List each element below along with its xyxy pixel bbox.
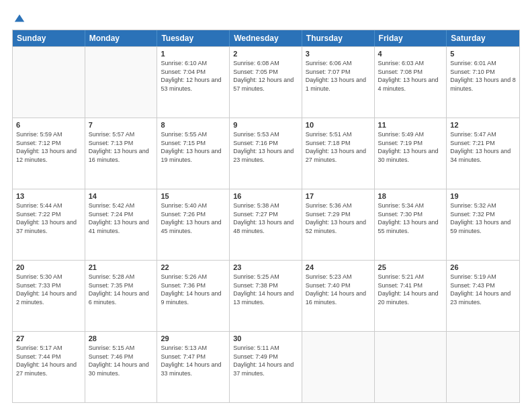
day-cell-13: 13Sunrise: 5:44 AM Sunset: 7:22 PM Dayli… <box>13 189 85 260</box>
calendar-header-row: SundayMondayTuesdayWednesdayThursdayFrid… <box>13 30 519 46</box>
empty-cell <box>375 332 447 402</box>
week-row-3: 13Sunrise: 5:44 AM Sunset: 7:22 PM Dayli… <box>13 189 519 260</box>
day-cell-21: 21Sunrise: 5:28 AM Sunset: 7:35 PM Dayli… <box>85 261 158 331</box>
logo-icon <box>13 12 26 24</box>
day-number: 20 <box>16 263 81 271</box>
day-info: Sunrise: 6:06 AM Sunset: 7:07 PM Dayligh… <box>306 59 371 93</box>
day-cell-23: 23Sunrise: 5:25 AM Sunset: 7:38 PM Dayli… <box>230 261 302 331</box>
day-cell-26: 26Sunrise: 5:19 AM Sunset: 7:43 PM Dayli… <box>447 261 519 331</box>
day-cell-6: 6Sunrise: 5:59 AM Sunset: 7:12 PM Daylig… <box>13 118 85 189</box>
day-number: 30 <box>233 334 298 342</box>
day-info: Sunrise: 5:15 AM Sunset: 7:46 PM Dayligh… <box>89 344 154 377</box>
day-info: Sunrise: 6:08 AM Sunset: 7:05 PM Dayligh… <box>233 59 298 93</box>
svg-marker-0 <box>15 15 24 22</box>
day-info: Sunrise: 5:21 AM Sunset: 7:41 PM Dayligh… <box>378 273 443 306</box>
logo <box>12 12 26 24</box>
day-cell-19: 19Sunrise: 5:32 AM Sunset: 7:32 PM Dayli… <box>447 189 519 260</box>
day-number: 22 <box>161 263 226 271</box>
day-cell-30: 30Sunrise: 5:11 AM Sunset: 7:49 PM Dayli… <box>230 332 302 402</box>
day-number: 9 <box>233 121 298 129</box>
day-info: Sunrise: 5:30 AM Sunset: 7:33 PM Dayligh… <box>16 273 81 306</box>
day-cell-7: 7Sunrise: 5:57 AM Sunset: 7:13 PM Daylig… <box>85 118 158 189</box>
day-info: Sunrise: 6:10 AM Sunset: 7:04 PM Dayligh… <box>161 59 226 93</box>
header-day-wednesday: Wednesday <box>230 30 302 46</box>
day-cell-25: 25Sunrise: 5:21 AM Sunset: 7:41 PM Dayli… <box>375 261 447 331</box>
day-cell-20: 20Sunrise: 5:30 AM Sunset: 7:33 PM Dayli… <box>13 261 85 331</box>
day-info: Sunrise: 6:01 AM Sunset: 7:10 PM Dayligh… <box>450 59 516 93</box>
day-cell-22: 22Sunrise: 5:26 AM Sunset: 7:36 PM Dayli… <box>157 261 230 331</box>
day-info: Sunrise: 5:36 AM Sunset: 7:29 PM Dayligh… <box>306 201 371 235</box>
week-row-2: 6Sunrise: 5:59 AM Sunset: 7:12 PM Daylig… <box>13 118 519 189</box>
day-number: 6 <box>16 121 81 129</box>
day-cell-17: 17Sunrise: 5:36 AM Sunset: 7:29 PM Dayli… <box>302 189 375 260</box>
day-info: Sunrise: 5:25 AM Sunset: 7:38 PM Dayligh… <box>233 273 298 306</box>
day-number: 8 <box>161 121 226 129</box>
day-info: Sunrise: 5:38 AM Sunset: 7:27 PM Dayligh… <box>233 201 298 235</box>
day-number: 10 <box>306 121 371 129</box>
header-day-tuesday: Tuesday <box>157 30 230 46</box>
day-cell-1: 1Sunrise: 6:10 AM Sunset: 7:04 PM Daylig… <box>157 47 230 118</box>
calendar: SundayMondayTuesdayWednesdayThursdayFrid… <box>12 30 520 403</box>
day-number: 17 <box>306 192 371 200</box>
day-number: 13 <box>16 192 81 200</box>
empty-cell <box>13 47 85 118</box>
day-number: 29 <box>161 334 226 342</box>
header-day-sunday: Sunday <box>13 30 85 46</box>
day-cell-18: 18Sunrise: 5:34 AM Sunset: 7:30 PM Dayli… <box>375 189 447 260</box>
day-info: Sunrise: 5:44 AM Sunset: 7:22 PM Dayligh… <box>16 201 81 235</box>
day-number: 27 <box>16 334 81 342</box>
day-number: 7 <box>89 121 154 129</box>
header-day-saturday: Saturday <box>447 30 519 46</box>
header-day-monday: Monday <box>85 30 158 46</box>
day-info: Sunrise: 5:32 AM Sunset: 7:32 PM Dayligh… <box>450 201 516 235</box>
day-cell-28: 28Sunrise: 5:15 AM Sunset: 7:46 PM Dayli… <box>85 332 158 402</box>
day-cell-10: 10Sunrise: 5:51 AM Sunset: 7:18 PM Dayli… <box>302 118 375 189</box>
day-cell-12: 12Sunrise: 5:47 AM Sunset: 7:21 PM Dayli… <box>447 118 519 189</box>
day-cell-16: 16Sunrise: 5:38 AM Sunset: 7:27 PM Dayli… <box>230 189 302 260</box>
day-info: Sunrise: 5:49 AM Sunset: 7:19 PM Dayligh… <box>378 130 443 164</box>
day-info: Sunrise: 5:17 AM Sunset: 7:44 PM Dayligh… <box>16 344 81 377</box>
day-number: 26 <box>450 263 516 271</box>
day-cell-5: 5Sunrise: 6:01 AM Sunset: 7:10 PM Daylig… <box>447 47 519 118</box>
day-number: 28 <box>89 334 154 342</box>
day-cell-11: 11Sunrise: 5:49 AM Sunset: 7:19 PM Dayli… <box>375 118 447 189</box>
day-number: 2 <box>233 50 298 58</box>
day-info: Sunrise: 5:51 AM Sunset: 7:18 PM Dayligh… <box>306 130 371 164</box>
day-info: Sunrise: 5:53 AM Sunset: 7:16 PM Dayligh… <box>233 130 298 164</box>
day-cell-4: 4Sunrise: 6:03 AM Sunset: 7:08 PM Daylig… <box>375 47 447 118</box>
day-cell-3: 3Sunrise: 6:06 AM Sunset: 7:07 PM Daylig… <box>302 47 375 118</box>
day-info: Sunrise: 5:57 AM Sunset: 7:13 PM Dayligh… <box>89 130 154 164</box>
day-info: Sunrise: 5:23 AM Sunset: 7:40 PM Dayligh… <box>306 273 371 306</box>
day-info: Sunrise: 6:03 AM Sunset: 7:08 PM Dayligh… <box>378 59 443 93</box>
day-cell-27: 27Sunrise: 5:17 AM Sunset: 7:44 PM Dayli… <box>13 332 85 402</box>
week-row-5: 27Sunrise: 5:17 AM Sunset: 7:44 PM Dayli… <box>13 331 519 402</box>
calendar-body: 1Sunrise: 6:10 AM Sunset: 7:04 PM Daylig… <box>13 46 519 402</box>
day-number: 21 <box>89 263 154 271</box>
day-info: Sunrise: 5:19 AM Sunset: 7:43 PM Dayligh… <box>450 273 516 306</box>
day-info: Sunrise: 5:47 AM Sunset: 7:21 PM Dayligh… <box>450 130 516 164</box>
day-cell-14: 14Sunrise: 5:42 AM Sunset: 7:24 PM Dayli… <box>85 189 158 260</box>
day-number: 14 <box>89 192 154 200</box>
page: SundayMondayTuesdayWednesdayThursdayFrid… <box>0 0 532 411</box>
day-number: 19 <box>450 192 516 200</box>
day-info: Sunrise: 5:13 AM Sunset: 7:47 PM Dayligh… <box>161 344 226 377</box>
week-row-4: 20Sunrise: 5:30 AM Sunset: 7:33 PM Dayli… <box>13 260 519 331</box>
day-number: 5 <box>450 50 516 58</box>
empty-cell <box>85 47 158 118</box>
empty-cell <box>302 332 375 402</box>
day-number: 18 <box>378 192 443 200</box>
day-info: Sunrise: 5:40 AM Sunset: 7:26 PM Dayligh… <box>161 201 226 235</box>
day-number: 11 <box>378 121 443 129</box>
day-info: Sunrise: 5:26 AM Sunset: 7:36 PM Dayligh… <box>161 273 226 306</box>
day-number: 1 <box>161 50 226 58</box>
day-info: Sunrise: 5:55 AM Sunset: 7:15 PM Dayligh… <box>161 130 226 164</box>
day-number: 25 <box>378 263 443 271</box>
day-cell-29: 29Sunrise: 5:13 AM Sunset: 7:47 PM Dayli… <box>157 332 230 402</box>
day-number: 12 <box>450 121 516 129</box>
day-cell-24: 24Sunrise: 5:23 AM Sunset: 7:40 PM Dayli… <box>302 261 375 331</box>
day-info: Sunrise: 5:34 AM Sunset: 7:30 PM Dayligh… <box>378 201 443 235</box>
day-info: Sunrise: 5:59 AM Sunset: 7:12 PM Dayligh… <box>16 130 81 164</box>
day-number: 16 <box>233 192 298 200</box>
day-cell-2: 2Sunrise: 6:08 AM Sunset: 7:05 PM Daylig… <box>230 47 302 118</box>
header-day-friday: Friday <box>375 30 447 46</box>
